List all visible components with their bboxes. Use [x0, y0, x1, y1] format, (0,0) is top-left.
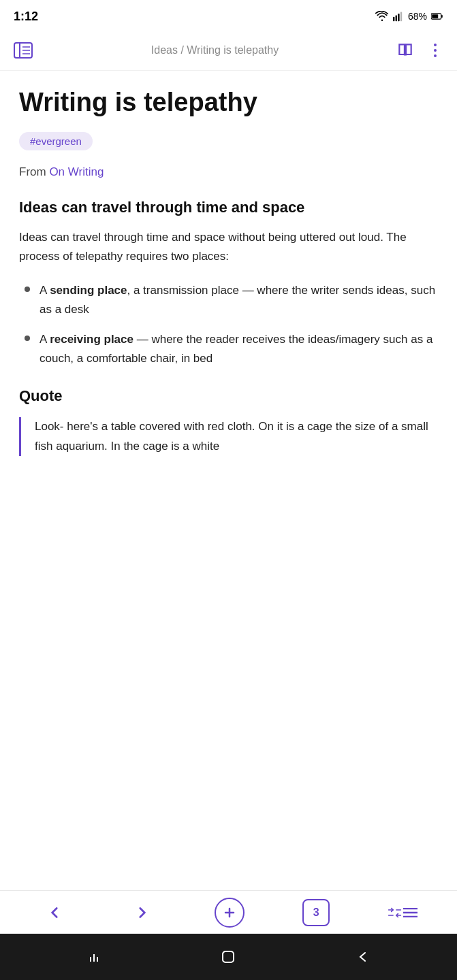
- breadcrumb-current: Writing is telepathy: [187, 44, 279, 56]
- source-prefix: From: [19, 165, 49, 178]
- book-button[interactable]: [394, 39, 416, 61]
- svg-rect-3: [400, 12, 402, 22]
- source-line: From On Writing: [19, 165, 438, 179]
- back-system-button[interactable]: [356, 949, 371, 964]
- add-button[interactable]: [215, 898, 245, 928]
- breadcrumb-ideas[interactable]: Ideas: [151, 44, 178, 56]
- blockquote: Look- here's a table covered with red cl…: [19, 417, 438, 455]
- status-bar: 1:12 68%: [0, 0, 457, 30]
- bullet-dot-1: [25, 287, 30, 292]
- svg-point-13: [434, 49, 437, 52]
- svg-rect-5: [441, 15, 443, 18]
- breadcrumb-separator: /: [178, 44, 187, 56]
- svg-point-14: [434, 54, 437, 57]
- nav-left: [11, 38, 35, 63]
- bullet-text-2: A receiving place — where the reader rec…: [40, 330, 438, 368]
- status-time: 1:12: [14, 10, 38, 24]
- bullet-text-1: A sending place, a transmission place — …: [40, 281, 438, 319]
- tag-badge[interactable]: #evergreen: [19, 132, 93, 150]
- battery-text: 68%: [408, 11, 427, 22]
- page-number-button[interactable]: 3: [302, 899, 330, 926]
- system-nav: [0, 934, 457, 980]
- section1-heading: Ideas can travel through time and space: [19, 198, 438, 218]
- svg-rect-0: [393, 17, 394, 21]
- section1-body: Ideas can travel through time and space …: [19, 228, 438, 266]
- sidebar-toggle-button[interactable]: [11, 38, 35, 63]
- blockquote-text: Look- here's a table covered with red cl…: [35, 417, 438, 455]
- list-item: A sending place, a transmission place — …: [19, 281, 438, 319]
- svg-point-12: [434, 44, 437, 46]
- nav-right: [394, 39, 446, 61]
- source-link[interactable]: On Writing: [49, 165, 104, 178]
- battery-icon: [431, 12, 443, 21]
- status-icons: 68%: [375, 11, 443, 22]
- svg-rect-1: [396, 15, 397, 21]
- more-options-button[interactable]: [424, 39, 446, 61]
- nav-bar: Ideas / Writing is telepathy: [0, 30, 457, 71]
- recent-apps-button[interactable]: [86, 949, 101, 964]
- bullet-list: A sending place, a transmission place — …: [19, 281, 438, 368]
- list-item: A receiving place — where the reader rec…: [19, 330, 438, 368]
- bottom-toolbar: 3: [0, 890, 457, 934]
- forward-button[interactable]: [127, 898, 157, 928]
- bullet-dot-2: [25, 336, 30, 341]
- signal-icon: [393, 11, 404, 22]
- home-button[interactable]: [220, 949, 236, 965]
- quote-section-heading: Quote: [19, 387, 438, 405]
- note-title: Writing is telepathy: [19, 87, 438, 118]
- svg-rect-6: [432, 14, 438, 18]
- svg-rect-2: [398, 14, 399, 21]
- back-button[interactable]: [40, 898, 69, 928]
- sort-menu-button[interactable]: [388, 898, 417, 928]
- wifi-icon: [375, 11, 389, 22]
- svg-rect-27: [223, 951, 234, 962]
- breadcrumb: Ideas / Writing is telepathy: [35, 44, 394, 56]
- content-area: Writing is telepathy #evergreen From On …: [0, 71, 457, 890]
